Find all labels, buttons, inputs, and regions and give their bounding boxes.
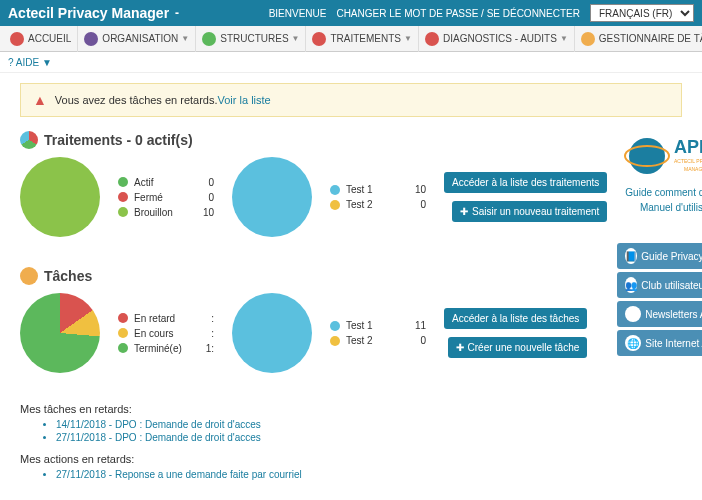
book-icon: 📘 bbox=[625, 248, 637, 264]
svg-text:APM: APM bbox=[674, 137, 702, 157]
structures-icon bbox=[202, 32, 216, 46]
svg-text:ACTECIL PRIVACY: ACTECIL PRIVACY bbox=[674, 158, 702, 164]
list-item[interactable]: 27/11/2018 - Reponse a une demande faite… bbox=[56, 469, 607, 480]
gear-icon bbox=[581, 32, 595, 46]
btn-club[interactable]: 👥Club utilisateur d'Actecil bbox=[617, 272, 702, 298]
chart-icon bbox=[20, 131, 38, 149]
alert-tasks-late: ▲ Vous avez des tâches en retards. Voir … bbox=[20, 83, 682, 117]
chevron-down-icon: ▼ bbox=[181, 34, 189, 43]
app-dash: - bbox=[175, 6, 179, 20]
btn-newsletter[interactable]: ✉Newsletters Actecil bbox=[617, 301, 702, 327]
section-traitements-title: Traitements - 0 actif(s) bbox=[20, 131, 607, 149]
legend-taches-tests: Test 111 Test 20 bbox=[330, 316, 426, 350]
alert-link[interactable]: Voir la liste bbox=[218, 94, 271, 106]
menu-gest-taches[interactable]: GESTIONNAIRE DE TÂCHES (3)▼ bbox=[575, 26, 702, 52]
btn-taches-list[interactable]: Accéder à la liste des tâches bbox=[444, 308, 587, 329]
menu-structures[interactable]: STRUCTURES▼ bbox=[196, 26, 306, 52]
menu-diagnostics[interactable]: DIAGNOSTICS - AUDITS▼ bbox=[419, 26, 575, 52]
plus-icon: ✚ bbox=[456, 342, 464, 353]
warning-icon: ▲ bbox=[33, 92, 47, 108]
link-guide-start[interactable]: Guide comment démarrer bbox=[617, 187, 702, 198]
btn-traitements-list[interactable]: Accéder à la liste des traitements bbox=[444, 172, 607, 193]
help-bar: ? AIDE ▼ bbox=[0, 52, 702, 73]
link-manual[interactable]: Manuel d'utilisation bbox=[617, 202, 702, 213]
mail-icon: ✉ bbox=[625, 306, 641, 322]
btn-taches-new[interactable]: ✚Créer une nouvelle tâche bbox=[448, 337, 588, 358]
pie-taches-status bbox=[20, 293, 100, 373]
language-select[interactable]: FRANÇAIS (FR) bbox=[590, 4, 694, 22]
svg-text:MANAGER: MANAGER bbox=[684, 166, 702, 172]
list-item[interactable]: 14/11/2018 - DPO : Demande de droit d'ac… bbox=[56, 419, 607, 430]
home-icon bbox=[10, 32, 24, 46]
apm-logo: APM ACTECIL PRIVACY MANAGER bbox=[622, 131, 702, 181]
chevron-down-icon: ▼ bbox=[42, 57, 52, 68]
btn-site[interactable]: 🌐Site Internet Actecil bbox=[617, 330, 702, 356]
legend-traitements-status: Actif0 Fermé0 Brouillon10 bbox=[118, 173, 214, 222]
list-item[interactable]: 27/11/2018 - DPO : Demande de droit d'ac… bbox=[56, 432, 607, 443]
menu-bar: ACCUEIL ORGANISATION▼ STRUCTURES▼ TRAITE… bbox=[0, 26, 702, 52]
alert-text: Vous avez des tâches en retards. bbox=[55, 94, 218, 106]
menu-organisation[interactable]: ORGANISATION▼ bbox=[78, 26, 196, 52]
top-bar: Actecil Privacy Manager - BIENVENUE CHAN… bbox=[0, 0, 702, 26]
pie-taches-tests bbox=[232, 293, 312, 373]
taches-charts: En retard: En cours: Terminé(e)1: Test 1… bbox=[20, 293, 607, 373]
globe-icon: 🌐 bbox=[625, 335, 641, 351]
users-icon: 👥 bbox=[625, 277, 637, 293]
chevron-down-icon: ▼ bbox=[560, 34, 568, 43]
org-icon bbox=[84, 32, 98, 46]
my-tasks-late-list: 14/11/2018 - DPO : Demande de droit d'ac… bbox=[56, 419, 607, 443]
legend-taches-status: En retard: En cours: Terminé(e)1: bbox=[118, 309, 214, 358]
pie-traitements-status bbox=[20, 157, 100, 237]
app-title: Actecil Privacy Manager bbox=[8, 5, 169, 21]
my-actions-late-title: Mes actions en retards: bbox=[20, 453, 607, 465]
change-password-link[interactable]: CHANGER LE MOT DE PASSE / SE DÉCONNECTER bbox=[336, 8, 580, 19]
plus-icon: ✚ bbox=[460, 206, 468, 217]
menu-home[interactable]: ACCUEIL bbox=[4, 26, 78, 52]
legend-traitements-tests: Test 110 Test 20 bbox=[330, 180, 426, 214]
traitements-icon bbox=[312, 32, 326, 46]
menu-traitements[interactable]: TRAITEMENTS▼ bbox=[306, 26, 418, 52]
help-link[interactable]: ? AIDE ▼ bbox=[8, 57, 52, 68]
diagnostics-icon bbox=[425, 32, 439, 46]
btn-traitements-new[interactable]: ✚Saisir un nouveau traitement bbox=[452, 201, 607, 222]
chevron-down-icon: ▼ bbox=[292, 34, 300, 43]
my-tasks-late-title: Mes tâches en retards: bbox=[20, 403, 607, 415]
gear-icon bbox=[20, 267, 38, 285]
my-actions-late-list: 27/11/2018 - Reponse a une demande faite… bbox=[56, 469, 607, 480]
section-taches-title: Tâches bbox=[20, 267, 607, 285]
svg-point-0 bbox=[629, 138, 665, 174]
pie-traitements-tests bbox=[232, 157, 312, 237]
welcome-link[interactable]: BIENVENUE bbox=[269, 8, 327, 19]
chevron-down-icon: ▼ bbox=[404, 34, 412, 43]
btn-guide-privacy[interactable]: 📘Guide Privacy by Design bbox=[617, 243, 702, 269]
traitements-charts: Actif0 Fermé0 Brouillon10 Test 110 Test … bbox=[20, 157, 607, 237]
